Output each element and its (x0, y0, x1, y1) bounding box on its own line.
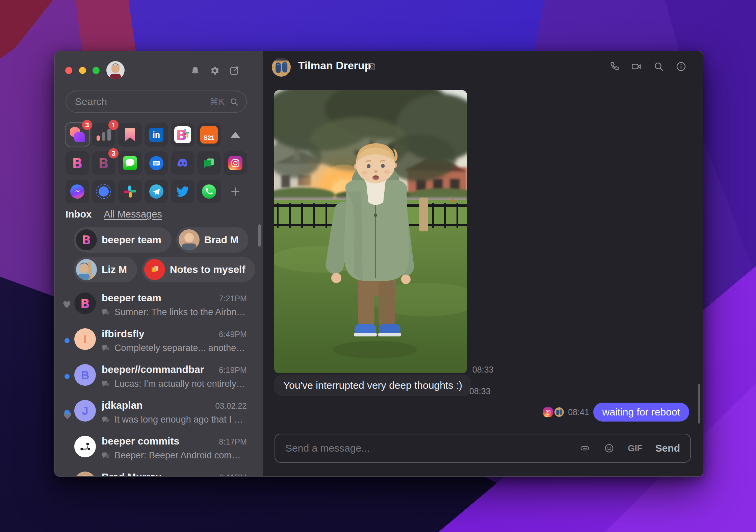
plus-icon: + (231, 183, 240, 200)
network-tile-activity[interactable]: 1 (92, 123, 115, 147)
network-tile-beeper-workspace[interactable]: B (171, 123, 194, 147)
svg-text:B: B (72, 155, 83, 171)
avatar: J (74, 400, 96, 422)
telegram-icon (149, 184, 163, 199)
unread-badge: 3 (108, 148, 119, 158)
instagram-network-icon (367, 62, 376, 71)
incoming-message-bubble[interactable]: You've interrupted very deep thoughts :) (274, 375, 471, 396)
unread-dot (64, 410, 70, 415)
favorite-pill-liz-m[interactable]: Liz M (74, 257, 137, 282)
whatsapp-icon (202, 184, 216, 199)
search-bar[interactable]: ⌘K (66, 91, 247, 113)
network-tile-linkedin[interactable]: in (145, 123, 168, 147)
chat-scrollbar[interactable] (698, 384, 700, 424)
emoji-icon[interactable] (603, 442, 615, 454)
close-window-button[interactable] (65, 67, 72, 74)
activity-bars-icon (97, 129, 111, 141)
chat-info-icon[interactable] (676, 61, 686, 72)
beeper-team-avatar: B (76, 229, 97, 250)
network-tile-imessage[interactable] (118, 151, 142, 175)
minimize-window-button[interactable] (79, 67, 86, 74)
gif-button[interactable]: GIF (628, 443, 642, 454)
conversation-row-brad-murray[interactable]: Brad Murray8:11PM (55, 467, 263, 477)
conversation-name: beeper team (102, 292, 213, 304)
favorite-label: Liz M (102, 264, 127, 275)
conversation-preview: Lucas: I'm actually not entirely su... (114, 379, 247, 389)
favorite-pill-notes-to-myself[interactable]: Notes to myself (142, 257, 255, 282)
outgoing-message-bubble[interactable]: waiting for reboot (593, 403, 689, 422)
favorite-label: beeper team (102, 234, 161, 246)
outgoing-message-row: 08:41 waiting for reboot (543, 403, 689, 422)
network-tile-s21[interactable]: S21 (197, 123, 221, 147)
user-avatar[interactable] (106, 61, 125, 79)
notifications-bell-icon[interactable] (190, 65, 201, 76)
twitter-icon (176, 185, 189, 198)
settings-gear-icon[interactable] (209, 65, 220, 76)
network-tile-android-messages[interactable] (145, 151, 168, 175)
network-tile-beeper[interactable]: B (66, 151, 89, 175)
network-tile-beeper-secondary[interactable]: B 3 (92, 151, 115, 175)
chat-bubbles-icon (102, 380, 110, 388)
network-tile-slack[interactable] (118, 180, 142, 203)
chat-bubbles-icon (102, 416, 110, 424)
conversation-time: 8:11PM (219, 473, 247, 477)
chat-panel: Tilman Drerup (263, 51, 703, 476)
beeper-workspace-icon: B (174, 126, 191, 143)
conversation-time: 7:21PM (219, 294, 247, 303)
conversation-row-beeper-team[interactable]: B beeper team7:21PM Sumner: The links to… (55, 288, 263, 324)
chat-bubbles-icon (102, 452, 110, 460)
svg-text:B: B (98, 155, 109, 171)
beeper-icon: B (70, 155, 85, 171)
favorite-pill-brad-m[interactable]: Brad M (176, 227, 249, 253)
avatar (74, 436, 96, 457)
zoom-window-button[interactable] (93, 67, 100, 74)
network-tile-telegram[interactable] (145, 180, 168, 203)
google-chat-icon (202, 156, 216, 170)
network-tile-messenger[interactable] (66, 180, 89, 203)
voice-call-icon[interactable] (609, 61, 620, 72)
network-tile-bookmarks[interactable] (118, 123, 142, 147)
favorites: B beeper team Brad M Liz M (74, 227, 249, 286)
conversation-row-jdkaplan[interactable]: J jdkaplan03.02.22 It was long enough ag… (55, 395, 263, 431)
conversation-row-beeper-commandbar[interactable]: B beeper//commandbar6:19PM Lucas: I'm ac… (55, 359, 263, 395)
slack-icon (123, 185, 137, 198)
conversation-name: ifbirdsfly (102, 328, 213, 339)
photo-message[interactable] (274, 90, 467, 373)
message-input[interactable] (285, 442, 566, 454)
beeper-icon: B (96, 155, 111, 171)
conversation-preview: It was long enough ago that I cou... (114, 414, 247, 425)
chat-contact-avatar[interactable] (272, 58, 291, 77)
favorite-label: Notes to myself (170, 264, 245, 275)
avatar (74, 472, 96, 477)
sidebar-scrollbar[interactable] (258, 224, 261, 247)
svg-text:B: B (82, 233, 91, 247)
network-tile-whatsapp[interactable] (197, 180, 221, 203)
conversation-row-beeper-commits[interactable]: beeper commits8:17PM Beeper: Beeper Andr… (55, 431, 263, 467)
network-tile-google-chat[interactable] (197, 151, 221, 175)
network-tile-all-chats[interactable]: 3 (66, 123, 89, 147)
network-tile-signal[interactable] (92, 180, 115, 203)
attachment-icon[interactable] (579, 442, 591, 454)
bookmark-icon (125, 128, 135, 141)
svg-text:B: B (80, 297, 90, 311)
add-network-button[interactable]: + (224, 180, 247, 203)
compose-new-message-icon[interactable] (229, 65, 240, 76)
video-call-icon[interactable] (631, 61, 642, 72)
favorite-pill-beeper-team[interactable]: B beeper team (74, 227, 172, 253)
search-in-chat-icon[interactable] (653, 61, 664, 72)
discord-icon (175, 156, 190, 171)
network-tile-discord[interactable] (171, 151, 194, 175)
all-messages-link[interactable]: All Messages (104, 209, 162, 220)
search-input[interactable] (75, 96, 210, 107)
conversation-row-ifbirdsfly[interactable]: I ifbirdsfly6:49PM Completely separate..… (55, 324, 263, 359)
network-tile-twitter[interactable] (171, 180, 194, 203)
collapse-networks-button[interactable] (224, 123, 247, 147)
avatar: I (74, 328, 96, 350)
search-shortcut-hint: ⌘K (210, 97, 225, 107)
message-composer[interactable]: GIF Send (275, 434, 691, 463)
network-tile-instagram[interactable] (224, 151, 247, 175)
network-grid: 3 1 in (66, 123, 250, 208)
send-button[interactable]: Send (655, 442, 680, 454)
avatar: B (74, 293, 96, 314)
collapse-arrow-icon (230, 132, 240, 138)
